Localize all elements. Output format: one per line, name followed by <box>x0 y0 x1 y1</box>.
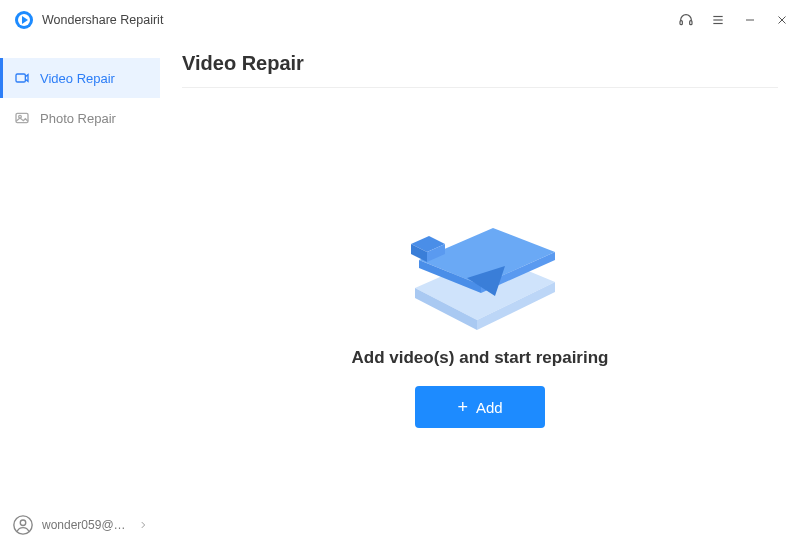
title-bar: Wondershare Repairit <box>0 0 800 40</box>
minimize-icon <box>744 14 756 26</box>
account-username: wonder059@16… <box>42 518 130 532</box>
sidebar-spacer <box>0 138 160 504</box>
sidebar-item-video-repair[interactable]: Video Repair <box>0 58 160 98</box>
prompt-text: Add video(s) and start repairing <box>352 348 609 368</box>
brand: Wondershare Repairit <box>14 10 163 30</box>
content-area: Add video(s) and start repairing + Add <box>182 88 778 530</box>
account-button[interactable]: wonder059@16… <box>0 504 160 550</box>
sidebar-item-label: Video Repair <box>40 71 115 86</box>
close-icon <box>776 14 788 26</box>
menu-icon <box>711 13 725 27</box>
page-title: Video Repair <box>182 52 778 88</box>
svg-point-14 <box>20 520 26 526</box>
chevron-right-icon <box>138 520 148 530</box>
svg-rect-3 <box>690 21 692 25</box>
app-logo-icon <box>14 10 34 30</box>
app-window: Wondershare Repairit <box>0 0 800 550</box>
svg-rect-10 <box>16 74 25 82</box>
headset-icon <box>678 12 694 28</box>
body: Video Repair Photo Repair <box>0 40 800 550</box>
support-button[interactable] <box>678 12 694 28</box>
main-panel: Video Repair <box>160 40 800 550</box>
sidebar-item-label: Photo Repair <box>40 111 116 126</box>
close-button[interactable] <box>774 12 790 28</box>
video-illustration <box>385 190 575 330</box>
photo-repair-icon <box>14 110 30 126</box>
sidebar: Video Repair Photo Repair <box>0 40 160 550</box>
window-controls <box>678 12 790 28</box>
sidebar-item-photo-repair[interactable]: Photo Repair <box>0 98 160 138</box>
user-icon <box>12 514 34 536</box>
plus-icon: + <box>457 398 468 416</box>
menu-button[interactable] <box>710 12 726 28</box>
svg-rect-2 <box>680 21 682 25</box>
video-repair-icon <box>14 70 30 86</box>
add-button[interactable]: + Add <box>415 386 545 428</box>
minimize-button[interactable] <box>742 12 758 28</box>
svg-rect-11 <box>16 113 28 122</box>
app-name: Wondershare Repairit <box>42 13 163 27</box>
add-button-label: Add <box>476 399 503 416</box>
